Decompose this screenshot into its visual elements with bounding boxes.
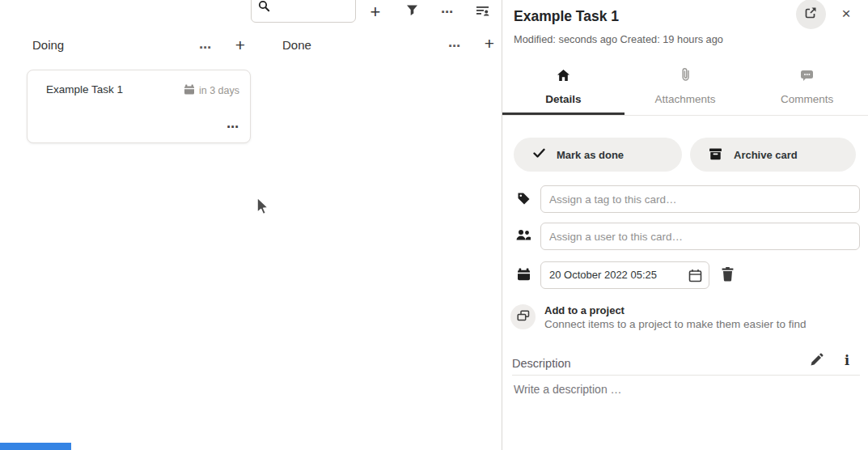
tab-details-label: Details: [545, 93, 581, 105]
taskbar-fragment: [0, 443, 71, 450]
popout-button[interactable]: [796, 0, 826, 29]
card-title: Example Task 1: [46, 83, 123, 96]
filter-button[interactable]: [402, 2, 421, 21]
chat-icon: [800, 70, 814, 85]
more-options-button[interactable]: ⋯: [437, 2, 458, 21]
tab-bar: Details Attachments Comments: [502, 68, 868, 116]
due-date-value: 20 October 2022 05:25: [549, 269, 657, 281]
mouse-cursor: [256, 197, 271, 221]
calendar-icon: [517, 268, 531, 284]
pencil-icon: [810, 353, 824, 370]
close-icon: ×: [841, 5, 850, 23]
column-done-add-button[interactable]: +: [478, 32, 501, 53]
tab-attachments-label: Attachments: [654, 93, 715, 105]
archive-card-button[interactable]: Archive card: [690, 138, 856, 172]
mark-as-done-button[interactable]: Mark as done: [514, 138, 682, 172]
mark-as-done-label: Mark as done: [557, 149, 624, 161]
info-icon: i: [845, 353, 849, 368]
tab-details[interactable]: Details: [502, 68, 625, 115]
tab-comments-label: Comments: [781, 93, 833, 105]
list-user-icon: [476, 4, 490, 21]
assign-user-input[interactable]: [540, 223, 860, 250]
column-doing-add-button[interactable]: +: [229, 34, 252, 55]
task-card[interactable]: Example Task 1 in 3 days ⋯: [27, 70, 251, 143]
delete-date-button[interactable]: [717, 265, 738, 286]
card-due-label: in 3 days: [199, 85, 239, 96]
external-link-icon: [804, 6, 818, 23]
due-date-field[interactable]: 20 October 2022 05:25: [540, 261, 709, 289]
paperclip-icon: [681, 67, 690, 85]
ellipsis-icon: ⋯: [199, 41, 212, 53]
description-editor[interactable]: Write a description …: [514, 383, 622, 396]
close-button[interactable]: ×: [836, 4, 856, 23]
archive-card-label: Archive card: [734, 149, 798, 161]
project-subtitle: Connect items to a project to make them …: [544, 318, 806, 330]
search-icon: [258, 0, 270, 15]
project-windows-icon: [517, 310, 530, 325]
project-title: Add to a project: [544, 304, 625, 316]
search-input[interactable]: [273, 1, 352, 19]
column-doing-title: Doing: [32, 38, 64, 52]
card-more-button[interactable]: ⋯: [227, 120, 239, 134]
archive-icon: [709, 147, 722, 163]
project-icon-circle: [510, 304, 536, 329]
search-box: [251, 0, 356, 23]
tab-comments[interactable]: Comments: [746, 68, 868, 115]
assign-tag-input[interactable]: [540, 185, 860, 213]
add-to-project-row[interactable]: Add to a project Connect items to a proj…: [506, 299, 862, 335]
date-picker-button[interactable]: [688, 268, 703, 286]
edit-description-button[interactable]: [807, 351, 826, 371]
panel-title: Example Task 1: [514, 8, 619, 25]
view-options-button[interactable]: [472, 2, 493, 22]
trash-icon: [721, 266, 735, 285]
plus-icon: +: [485, 35, 494, 52]
ellipsis-icon: ⋯: [448, 40, 461, 52]
tag-icon: [517, 192, 531, 209]
plus-icon: +: [235, 36, 245, 53]
calendar-icon: [184, 84, 195, 97]
tab-attachments[interactable]: Attachments: [625, 68, 747, 115]
panel-meta: Modified: seconds ago Created: 19 hours …: [514, 33, 723, 45]
plus-icon: +: [370, 3, 381, 21]
column-done-title: Done: [282, 38, 311, 52]
column-doing-more-button[interactable]: ⋯: [194, 36, 217, 57]
check-icon: [533, 148, 545, 161]
description-label: Description: [512, 357, 571, 370]
description-info-button[interactable]: i: [841, 352, 853, 368]
add-button[interactable]: +: [363, 1, 387, 23]
card-due-date: in 3 days: [184, 84, 239, 97]
users-icon: [515, 229, 531, 244]
filter-icon: [406, 4, 418, 19]
column-done-more-button[interactable]: ⋯: [443, 35, 466, 56]
ellipsis-icon: ⋯: [441, 6, 454, 18]
description-divider: [512, 375, 860, 376]
home-icon: [557, 69, 570, 85]
